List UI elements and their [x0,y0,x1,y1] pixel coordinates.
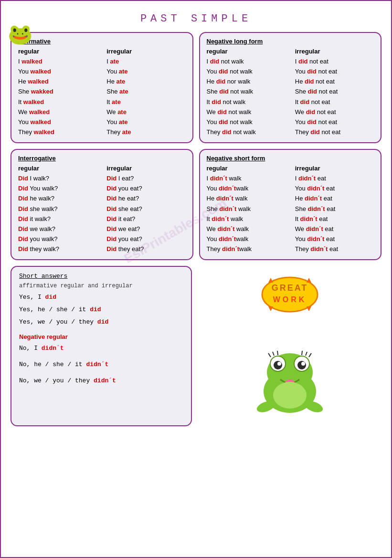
list-item: You did not eat [295,67,374,76]
great-work-badge: GREAT WORK [261,275,318,315]
list-item: She did not eat [295,87,374,96]
list-item: We ate [106,107,185,117]
svg-line-19 [306,352,307,356]
list-item: Did we walk? [18,224,97,234]
list-item: They ate [106,127,185,137]
list-item: We didn´t eat [295,224,374,234]
interrogative-irregular-col: irregular Did I eat? Did you eat? Did he… [106,165,185,254]
svg-marker-5 [268,306,273,311]
list-item: You did not walk [207,117,286,127]
svg-line-20 [302,351,302,355]
list-item: They did not walk [207,127,286,137]
list-item: It did not eat [295,97,374,107]
svg-point-14 [301,362,305,366]
list-item: We didn´t walk [207,224,286,234]
decorations-area: GREAT WORK [198,266,381,426]
neg-short-regular-col: regular I didn´t walk You didn´twalk He … [207,165,286,254]
list-item: Yes, we / you / they did [19,316,183,328]
interrog-irregular-label: irregular [106,165,185,172]
list-item: Did he eat? [106,194,185,203]
svg-point-22 [273,382,307,409]
list-item: You did not walk [207,67,286,76]
svg-text:GREAT: GREAT [271,283,308,293]
list-item: Yes, he / she / it did [19,304,183,316]
svg-marker-3 [268,278,273,283]
svg-marker-4 [307,278,311,283]
svg-point-13 [277,362,281,366]
svg-point-11 [274,361,282,369]
frog-svg [252,329,328,415]
affirmative-regular-col: regular I walked You walked He walked Sh… [18,48,97,137]
list-item: No, we / you / they didn´t [19,375,183,387]
frog-icon: 🐸 [8,22,32,46]
svg-marker-6 [307,306,311,311]
short-answers-title: Short answers [19,273,183,280]
list-item: It didn´t walk [207,214,286,224]
neg-long-irregular-label: irregular [295,48,374,55]
list-item: Did I eat? [106,174,185,183]
interrog-regular-label: regular [18,165,97,172]
list-item: She did not walk [207,87,286,96]
list-item: She didn´t eat [295,204,374,214]
svg-line-18 [309,353,311,357]
neg-short-irregular-label: irregular [295,165,374,172]
list-item: She wakked [18,87,97,96]
negative-short-box: Negative short form regular I didn´t wal… [199,149,382,260]
list-item: I walked [18,57,97,66]
list-item: Did they eat? [106,244,185,254]
negative-short-title: Negative short form [207,155,374,162]
list-item: You did not eat [295,117,374,127]
list-item: I did not eat [295,57,374,66]
list-item: You didn´twalk [207,184,286,193]
list-item: No, he / she / it didn´t [19,358,183,371]
list-item: You didn´t eat [295,184,374,193]
list-item: You walked [18,117,97,127]
affirmative-title: Affirmative [18,38,186,45]
list-item: You ate [106,67,185,76]
list-item: They walked [18,127,97,137]
frog-bottom-icon [252,329,328,426]
list-item: He didn´t walk [207,194,286,203]
list-item: Yes, I did [19,291,183,304]
list-item: We did not eat [295,107,374,117]
interrogative-title: Interrogative [18,155,186,162]
negative-long-irregular-col: irregular I did not eat You did not eat … [295,48,374,137]
list-item: Did it eat? [106,214,185,224]
neg-short-regular-label: regular [207,165,286,172]
list-item: I did not walk [207,57,286,66]
list-item: You didn´t eat [295,234,374,244]
negative-long-box: Negative long form regular I did not wal… [199,32,382,143]
list-item: I didn´t walk [207,174,286,183]
list-item: Did she walk? [18,204,97,214]
neg-short-irregular-col: irregular I didn´t eat You didn´t eat He… [295,165,374,254]
interrogative-box: Interrogative regular Did I walk? Did Yo… [11,149,193,260]
list-item: We did not walk [207,107,286,117]
list-item: Did we eat? [106,224,185,234]
list-item: We walked [18,107,97,117]
affirmative-box: 🐸 Affirmative regular I walked You walke… [11,32,193,143]
list-item: She didn´t walk [207,204,286,214]
list-item: Did I walk? [18,174,97,183]
list-item: He didn´t eat [295,194,374,203]
list-item: Did he walk? [18,194,97,203]
list-item: I ate [106,57,185,66]
svg-line-16 [273,352,274,356]
list-item: You walked [18,67,97,76]
svg-point-12 [297,361,306,369]
short-answers-box: Short answers affirmative regular and ir… [11,266,192,426]
list-item: They didn´twalk [207,244,286,254]
list-item: It didn´t eat [295,214,374,224]
list-item: Did she eat? [106,204,185,214]
neg-long-regular-label: regular [207,48,286,55]
list-item: Did they walk? [18,244,97,254]
list-item: He did not eat [295,77,374,86]
list-item: It did not walk [207,97,286,107]
affirmative-irregular-col: irregular I ate You ate He ate She ate I… [106,48,185,137]
list-item: He walked [18,77,97,86]
svg-line-17 [277,351,278,355]
list-item: Did you eat? [106,234,185,244]
short-answers-negative-label: Negative regular [19,333,183,340]
list-item: It walked [18,97,97,107]
great-work-icon: GREAT WORK [261,275,318,314]
list-item: He ate [106,77,185,86]
